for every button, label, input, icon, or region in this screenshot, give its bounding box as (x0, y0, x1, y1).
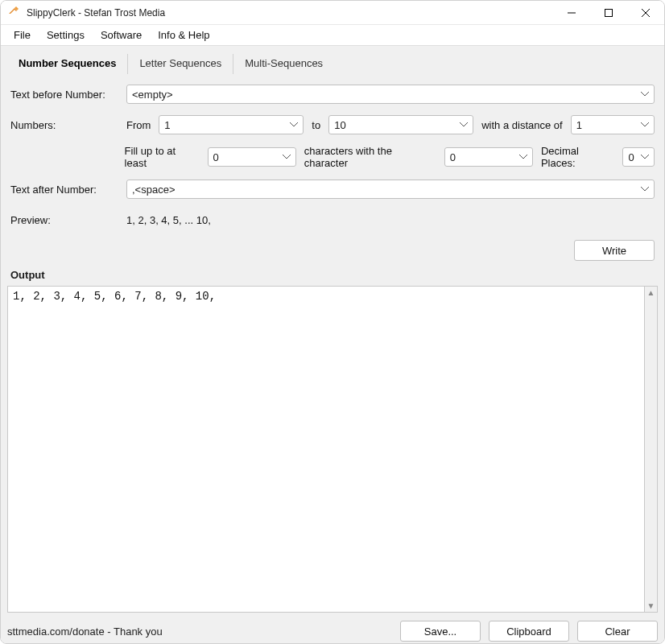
svg-rect-1 (605, 9, 613, 16)
chevron-down-icon (641, 187, 649, 192)
text-before-input[interactable]: <empty> (126, 85, 655, 104)
save-button[interactable]: Save... (400, 621, 481, 642)
tab-number-sequences[interactable]: Number Sequences (7, 54, 128, 74)
form-block: Text before Number: <empty> Numbers: Fro… (7, 84, 658, 286)
from-input[interactable]: 1 (159, 115, 304, 134)
clear-button[interactable]: Clear (577, 621, 658, 642)
tab-letter-sequences[interactable]: Letter Sequences (128, 54, 233, 74)
preview-label: Preview: (10, 214, 118, 226)
scroll-down-icon[interactable]: ▼ (647, 601, 655, 610)
text-after-value: ,<space> (132, 184, 176, 196)
chevron-down-icon (290, 122, 298, 127)
fill-chars-label: characters with the character (304, 145, 436, 169)
from-value: 1 (164, 119, 170, 131)
scroll-up-icon[interactable]: ▲ (647, 288, 655, 297)
write-button[interactable]: Write (574, 240, 655, 261)
from-label: From (126, 119, 151, 131)
statusbar: sttmedia.com/donate - Thank you Save... … (1, 619, 664, 643)
maximize-button[interactable] (590, 1, 627, 25)
to-input[interactable]: 10 (328, 115, 473, 134)
chevron-down-icon (641, 92, 649, 97)
distance-value: 1 (576, 119, 582, 131)
fill-count-value: 0 (213, 151, 219, 163)
numbers-label: Numbers: (10, 119, 118, 131)
chevron-down-icon (641, 155, 649, 159)
output-scrollbar[interactable]: ▲ ▼ (645, 286, 658, 613)
tab-strip: Number Sequences Letter Sequences Multi-… (7, 54, 658, 74)
menubar: File Settings Software Info & Help (1, 25, 664, 46)
distance-input[interactable]: 1 (571, 115, 655, 134)
text-after-input[interactable]: ,<space> (126, 180, 655, 199)
to-label: to (312, 119, 320, 131)
fill-char-value: 0 (450, 151, 456, 163)
chevron-down-icon (641, 122, 649, 127)
titlebar: SlippyClerk - Stefan Trost Media (1, 1, 664, 25)
decimal-input[interactable]: 0 (622, 147, 655, 167)
menu-software[interactable]: Software (93, 27, 150, 43)
output-header: Output (10, 269, 655, 281)
close-button[interactable] (627, 1, 664, 25)
client-area: Number Sequences Letter Sequences Multi-… (1, 46, 664, 619)
window-title: SlippyClerk - Stefan Trost Media (27, 7, 165, 19)
fill-char-input[interactable]: 0 (444, 147, 533, 167)
distance-label: with a distance of (481, 119, 562, 131)
text-before-value: <empty> (132, 89, 173, 101)
decimal-label: Decimal Places: (541, 145, 615, 169)
chevron-down-icon (519, 155, 527, 159)
minimize-button[interactable] (553, 1, 590, 25)
app-icon (7, 6, 20, 19)
text-after-label: Text after Number: (10, 184, 118, 196)
chevron-down-icon (460, 122, 468, 127)
tab-multi-sequences[interactable]: Multi-Sequences (233, 54, 334, 74)
decimal-value: 0 (628, 151, 634, 163)
text-before-label: Text before Number: (10, 89, 118, 101)
clipboard-button[interactable]: Clipboard (489, 621, 569, 642)
output-textarea[interactable]: 1, 2, 3, 4, 5, 6, 7, 8, 9, 10, (7, 286, 645, 613)
status-text: sttmedia.com/donate - Thank you (7, 625, 163, 638)
chevron-down-icon (283, 155, 291, 159)
menu-file[interactable]: File (6, 27, 39, 43)
output-wrap: 1, 2, 3, 4, 5, 6, 7, 8, 9, 10, ▲ ▼ (7, 286, 658, 613)
to-value: 10 (334, 119, 345, 131)
preview-value: 1, 2, 3, 4, 5, ... 10, (126, 214, 211, 226)
menu-settings[interactable]: Settings (39, 27, 93, 43)
menu-info-help[interactable]: Info & Help (150, 27, 217, 43)
fill-count-input[interactable]: 0 (208, 147, 296, 167)
fill-label: Fill up to at least (125, 145, 200, 169)
